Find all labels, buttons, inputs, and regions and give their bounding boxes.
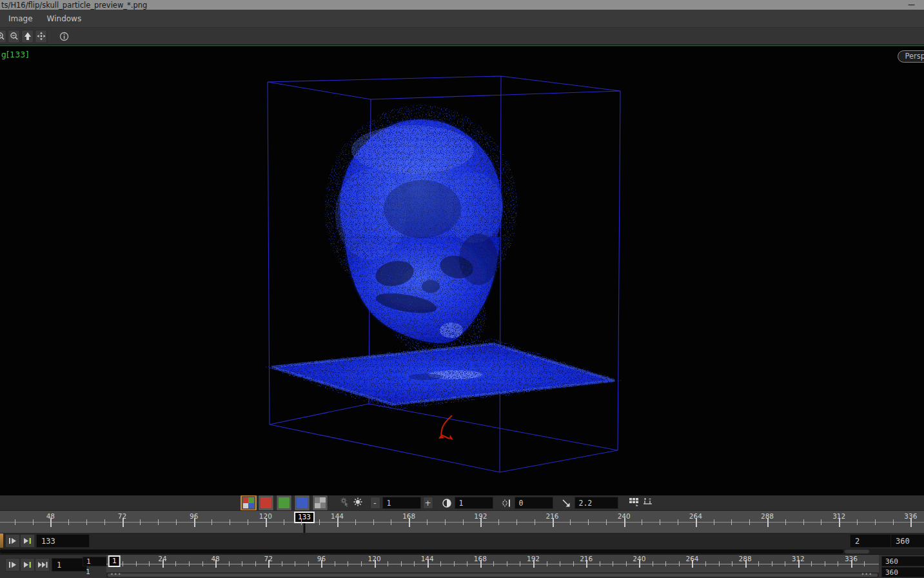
ruler-tick [242,561,242,566]
ruler-tick-label: 216 [546,512,558,520]
ruler-tick-label: 144 [421,555,434,563]
global-timeline-scrollbar[interactable]: ••• ••• [106,573,879,577]
home-arrow-icon [23,32,32,41]
brightness-button[interactable] [352,497,364,509]
ruler-tick [758,561,759,566]
ruler-tick [282,561,282,566]
ruler-tick [373,519,374,525]
titlebar[interactable]: ts/H16/flip/skull_particle_preview_*.png… [0,0,924,10]
lut-menu-button[interactable] [629,497,640,509]
sun-icon [353,497,363,510]
exposure-field[interactable]: 1 [382,497,421,509]
global-range-end-top-field[interactable]: 360 [881,556,924,566]
ruler-tick [308,561,309,566]
global-playbar: 1 1 1 1 24487296120144168192216240264288… [0,554,924,578]
green-swatch [279,497,290,508]
red-swatch [260,497,271,508]
cropped-toggle-button[interactable] [0,533,3,548]
scrollbar-tail[interactable] [845,550,869,553]
adaptive-brightness-button[interactable] [339,497,350,509]
global-frame-field[interactable]: 1 [52,558,87,572]
ruler-tick [319,519,320,525]
global-play-forward-button[interactable] [5,558,20,572]
ruler-tick [149,561,150,566]
ruler-tick [230,519,230,525]
image-viewport[interactable]: g[133] Persp [0,46,924,495]
ruler-tick-label: 288 [761,512,774,520]
ruler-tick [864,561,865,566]
ruler-tick [825,561,825,566]
ruler-tick [785,561,785,566]
lut-grid-icon [629,497,640,510]
ruler-tick [678,519,678,525]
pan-arrows-icon [37,32,46,41]
channel-green-button[interactable] [276,495,292,511]
ruler-tick-label: 168 [402,512,415,520]
ruler-baseline [106,564,879,564]
ruler-tick [176,519,177,525]
menu-windows[interactable]: Windows [41,12,88,25]
play-forward-button[interactable] [5,534,20,548]
ruler-tick-label: 216 [580,555,593,563]
ruler-tick [463,519,464,525]
ruler-tick [454,561,455,566]
ruler-tick-label: 336 [904,512,917,520]
zoom-in-button[interactable] [0,30,6,43]
menu-image[interactable]: Image [3,12,39,25]
ruler-tick [355,519,356,525]
range-aux-top-field[interactable]: 1 [83,557,108,566]
channel-red-button[interactable] [258,495,274,511]
ruler-tick-label: 168 [474,555,487,563]
minimize-icon[interactable]: — [908,2,915,8]
go-to-end-button[interactable] [35,558,50,572]
range-end-field[interactable]: 360 [890,534,924,548]
rgba-green-quadrant [248,497,254,503]
gamma-field[interactable]: 2.2 [575,497,618,509]
home-view-button[interactable] [21,30,34,43]
channel-rgba-button[interactable] [241,495,256,510]
ruler-tick [613,561,613,566]
ruler-tick-label: 336 [845,555,858,563]
levels-button[interactable] [642,497,654,509]
timeline-scrollbar[interactable] [0,549,924,554]
ruler-tick-label: 96 [317,555,326,563]
global-current-frame-marker[interactable]: 1 [108,555,121,567]
global-next-frame-button[interactable] [20,558,35,572]
play-bar-triangle-icon [8,535,17,547]
ruler-tick [189,561,190,566]
pan-view-button[interactable] [35,30,47,43]
ruler-tick [507,561,507,566]
viewport-canvas[interactable] [0,46,924,495]
global-scrollbar-handle[interactable] [108,573,878,577]
contrast-field[interactable]: 1 [455,497,493,509]
ruler-tick [785,519,786,525]
scrollbar-grip-left[interactable]: ••• [110,573,121,576]
scrollbar-handle[interactable] [0,550,843,553]
channel-alpha-button[interactable] [312,495,328,511]
frame-ruler[interactable]: 133 487296120144168192216240264288312336 [0,510,924,533]
global-frame-ruler[interactable]: 1 24487296120144168192216240264288312336 [106,555,879,572]
ruler-tick [714,519,714,525]
scrollbar-grip-right[interactable]: ••• [861,573,872,576]
exposure-decrease-button[interactable]: - [370,497,380,509]
global-range-end-bottom-field[interactable]: 360 [881,567,924,577]
zoom-out-button[interactable] [8,30,20,43]
ruler-tick [679,561,680,566]
triangle-green-bar-icon [23,559,32,571]
ruler-tick [229,561,230,566]
image-info-button[interactable] [56,30,72,43]
ruler-tick [401,561,402,566]
exposure-increase-button[interactable]: + [423,497,433,509]
ruler-tick [361,561,362,566]
ruler-tick [467,561,467,566]
ruler-tick-label: 48 [46,512,55,520]
next-frame-button[interactable] [20,534,35,548]
brightness-field[interactable]: 0 [515,497,553,509]
current-frame-field[interactable]: 133 [36,534,90,548]
range-start-field[interactable]: 2 [850,534,891,548]
ruler-tick [893,519,894,525]
channel-blue-button[interactable] [294,495,310,511]
ruler-tick [33,519,34,525]
current-frame-marker[interactable]: 133 [294,512,315,523]
ruler-tick [665,561,666,566]
